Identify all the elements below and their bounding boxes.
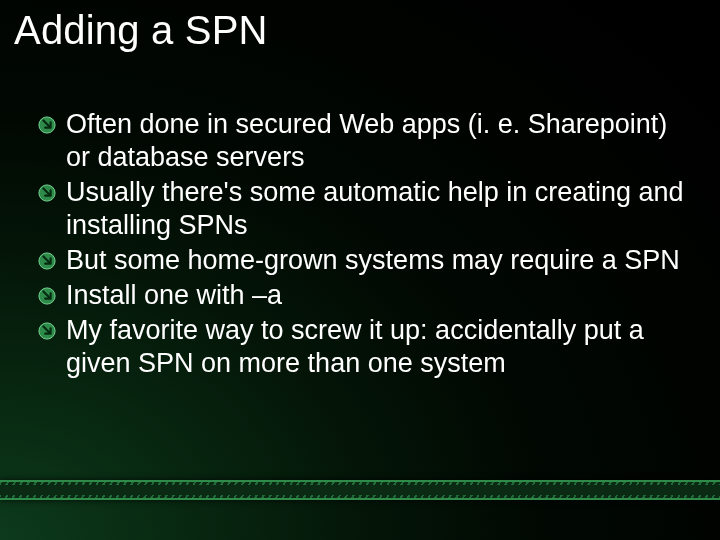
arrow-bullet-icon (38, 252, 56, 270)
list-item: Often done in secured Web apps (i. e. Sh… (38, 108, 692, 174)
slide: Adding a SPN Often done in secured Web a… (0, 0, 720, 540)
slide-title: Adding a SPN (14, 8, 700, 53)
arrow-bullet-icon (38, 116, 56, 134)
bullet-text: Install one with –a (66, 279, 692, 312)
arrow-bullet-icon (38, 287, 56, 305)
arrow-bullet-icon (38, 322, 56, 340)
list-item: Usually there's some automatic help in c… (38, 176, 692, 242)
footer-divider (0, 480, 720, 500)
bullet-text: My favorite way to screw it up: accident… (66, 314, 692, 380)
bullet-text: Often done in secured Web apps (i. e. Sh… (66, 108, 692, 174)
list-item: Install one with –a (38, 279, 692, 312)
list-item: My favorite way to screw it up: accident… (38, 314, 692, 380)
arrow-bullet-icon (38, 184, 56, 202)
bullet-text: But some home-grown systems may require … (66, 244, 692, 277)
bullet-list: Often done in secured Web apps (i. e. Sh… (38, 108, 692, 382)
list-item: But some home-grown systems may require … (38, 244, 692, 277)
bullet-text: Usually there's some automatic help in c… (66, 176, 692, 242)
